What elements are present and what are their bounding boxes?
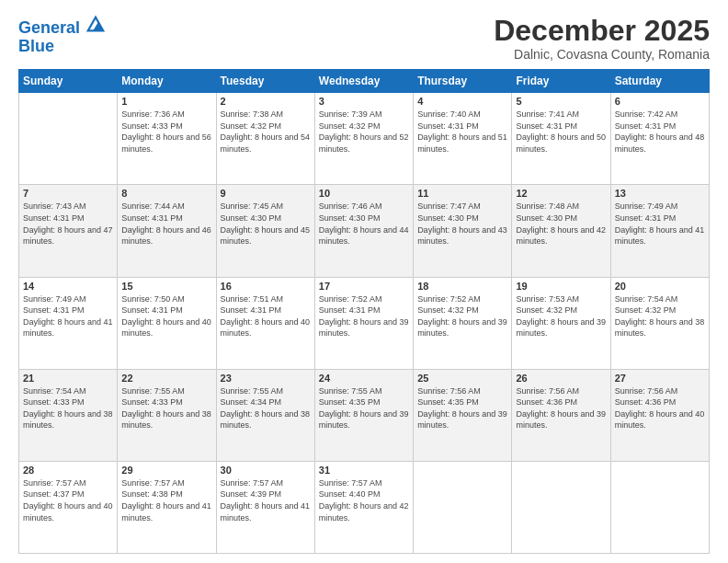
day-info: Sunrise: 7:56 AMSunset: 4:35 PMDaylight:… bbox=[417, 385, 507, 431]
logo: General Blue bbox=[18, 15, 105, 56]
day-info: Sunrise: 7:49 AMSunset: 4:31 PMDaylight:… bbox=[23, 293, 113, 339]
calendar-cell: 29Sunrise: 7:57 AMSunset: 4:38 PMDayligh… bbox=[118, 461, 216, 553]
calendar-cell: 4Sunrise: 7:40 AMSunset: 4:31 PMDaylight… bbox=[414, 93, 512, 185]
logo-blue: Blue bbox=[18, 38, 105, 56]
calendar-cell: 19Sunrise: 7:53 AMSunset: 4:32 PMDayligh… bbox=[512, 277, 610, 369]
logo-icon bbox=[86, 15, 105, 33]
day-number: 7 bbox=[23, 188, 113, 199]
day-info: Sunrise: 7:57 AMSunset: 4:40 PMDaylight:… bbox=[319, 477, 409, 523]
day-number: 11 bbox=[417, 188, 507, 199]
calendar-cell: 22Sunrise: 7:55 AMSunset: 4:33 PMDayligh… bbox=[118, 369, 216, 461]
calendar-table: SundayMondayTuesdayWednesdayThursdayFrid… bbox=[18, 69, 710, 554]
day-info: Sunrise: 7:45 AMSunset: 4:30 PMDaylight:… bbox=[221, 201, 311, 247]
day-number: 14 bbox=[23, 281, 113, 292]
day-number: 1 bbox=[121, 96, 211, 107]
calendar-cell: 17Sunrise: 7:52 AMSunset: 4:31 PMDayligh… bbox=[314, 277, 413, 369]
day-info: Sunrise: 7:56 AMSunset: 4:36 PMDaylight:… bbox=[615, 385, 705, 431]
calendar-cell: 20Sunrise: 7:54 AMSunset: 4:32 PMDayligh… bbox=[610, 277, 709, 369]
calendar-cell: 31Sunrise: 7:57 AMSunset: 4:40 PMDayligh… bbox=[314, 461, 413, 553]
day-info: Sunrise: 7:43 AMSunset: 4:31 PMDaylight:… bbox=[23, 201, 113, 247]
calendar-cell bbox=[610, 461, 709, 553]
day-info: Sunrise: 7:46 AMSunset: 4:30 PMDaylight:… bbox=[319, 201, 409, 247]
weekday-header: Wednesday bbox=[314, 70, 413, 93]
weekday-header: Friday bbox=[512, 70, 610, 93]
calendar-cell bbox=[19, 93, 118, 185]
day-number: 28 bbox=[23, 465, 113, 476]
calendar-week-row: 28Sunrise: 7:57 AMSunset: 4:37 PMDayligh… bbox=[19, 461, 710, 553]
day-info: Sunrise: 7:51 AMSunset: 4:31 PMDaylight:… bbox=[221, 293, 311, 339]
day-number: 2 bbox=[221, 96, 311, 107]
day-info: Sunrise: 7:48 AMSunset: 4:30 PMDaylight:… bbox=[516, 201, 606, 247]
day-info: Sunrise: 7:57 AMSunset: 4:39 PMDaylight:… bbox=[221, 477, 311, 523]
day-number: 8 bbox=[121, 188, 211, 199]
day-number: 18 bbox=[417, 281, 507, 292]
day-info: Sunrise: 7:47 AMSunset: 4:30 PMDaylight:… bbox=[417, 201, 507, 247]
day-info: Sunrise: 7:54 AMSunset: 4:33 PMDaylight:… bbox=[23, 385, 113, 431]
day-info: Sunrise: 7:50 AMSunset: 4:31 PMDaylight:… bbox=[121, 293, 211, 339]
day-number: 19 bbox=[516, 281, 606, 292]
day-number: 5 bbox=[516, 96, 606, 107]
calendar-cell bbox=[414, 461, 512, 553]
day-number: 16 bbox=[221, 281, 311, 292]
day-info: Sunrise: 7:41 AMSunset: 4:31 PMDaylight:… bbox=[516, 109, 606, 155]
calendar-cell: 10Sunrise: 7:46 AMSunset: 4:30 PMDayligh… bbox=[314, 185, 413, 277]
calendar-title: December 2025 bbox=[494, 15, 710, 47]
calendar-cell: 6Sunrise: 7:42 AMSunset: 4:31 PMDaylight… bbox=[610, 93, 709, 185]
calendar-cell: 8Sunrise: 7:44 AMSunset: 4:31 PMDaylight… bbox=[118, 185, 216, 277]
weekday-header: Monday bbox=[118, 70, 216, 93]
calendar-cell: 24Sunrise: 7:55 AMSunset: 4:35 PMDayligh… bbox=[314, 369, 413, 461]
calendar-cell: 3Sunrise: 7:39 AMSunset: 4:32 PMDaylight… bbox=[314, 93, 413, 185]
calendar-cell: 2Sunrise: 7:38 AMSunset: 4:32 PMDaylight… bbox=[216, 93, 314, 185]
calendar-week-row: 1Sunrise: 7:36 AMSunset: 4:33 PMDaylight… bbox=[19, 93, 710, 185]
day-info: Sunrise: 7:40 AMSunset: 4:31 PMDaylight:… bbox=[417, 109, 507, 155]
day-number: 31 bbox=[319, 465, 409, 476]
calendar-subtitle: Dalnic, Covasna County, Romania bbox=[494, 47, 710, 62]
calendar-cell: 15Sunrise: 7:50 AMSunset: 4:31 PMDayligh… bbox=[118, 277, 216, 369]
day-number: 6 bbox=[615, 96, 705, 107]
weekday-header: Tuesday bbox=[216, 70, 314, 93]
calendar-cell: 21Sunrise: 7:54 AMSunset: 4:33 PMDayligh… bbox=[19, 369, 118, 461]
day-info: Sunrise: 7:52 AMSunset: 4:31 PMDaylight:… bbox=[319, 293, 409, 339]
calendar-cell bbox=[512, 461, 610, 553]
day-number: 17 bbox=[319, 281, 409, 292]
weekday-header: Saturday bbox=[610, 70, 709, 93]
day-number: 27 bbox=[615, 373, 705, 384]
calendar-cell: 18Sunrise: 7:52 AMSunset: 4:32 PMDayligh… bbox=[414, 277, 512, 369]
calendar-week-row: 14Sunrise: 7:49 AMSunset: 4:31 PMDayligh… bbox=[19, 277, 710, 369]
day-info: Sunrise: 7:38 AMSunset: 4:32 PMDaylight:… bbox=[221, 109, 311, 155]
calendar-cell: 14Sunrise: 7:49 AMSunset: 4:31 PMDayligh… bbox=[19, 277, 118, 369]
calendar-cell: 11Sunrise: 7:47 AMSunset: 4:30 PMDayligh… bbox=[414, 185, 512, 277]
calendar-cell: 5Sunrise: 7:41 AMSunset: 4:31 PMDaylight… bbox=[512, 93, 610, 185]
weekday-header-row: SundayMondayTuesdayWednesdayThursdayFrid… bbox=[19, 70, 710, 93]
calendar-cell: 1Sunrise: 7:36 AMSunset: 4:33 PMDaylight… bbox=[118, 93, 216, 185]
day-number: 24 bbox=[319, 373, 409, 384]
day-info: Sunrise: 7:55 AMSunset: 4:34 PMDaylight:… bbox=[221, 385, 311, 431]
calendar-cell: 23Sunrise: 7:55 AMSunset: 4:34 PMDayligh… bbox=[216, 369, 314, 461]
day-number: 29 bbox=[121, 465, 211, 476]
day-number: 25 bbox=[417, 373, 507, 384]
calendar-cell: 13Sunrise: 7:49 AMSunset: 4:31 PMDayligh… bbox=[610, 185, 709, 277]
day-number: 4 bbox=[417, 96, 507, 107]
day-info: Sunrise: 7:56 AMSunset: 4:36 PMDaylight:… bbox=[516, 385, 606, 431]
day-info: Sunrise: 7:53 AMSunset: 4:32 PMDaylight:… bbox=[516, 293, 606, 339]
calendar-cell: 25Sunrise: 7:56 AMSunset: 4:35 PMDayligh… bbox=[414, 369, 512, 461]
calendar-cell: 12Sunrise: 7:48 AMSunset: 4:30 PMDayligh… bbox=[512, 185, 610, 277]
calendar-cell: 28Sunrise: 7:57 AMSunset: 4:37 PMDayligh… bbox=[19, 461, 118, 553]
day-info: Sunrise: 7:52 AMSunset: 4:32 PMDaylight:… bbox=[417, 293, 507, 339]
day-info: Sunrise: 7:57 AMSunset: 4:37 PMDaylight:… bbox=[23, 477, 113, 523]
calendar-cell: 27Sunrise: 7:56 AMSunset: 4:36 PMDayligh… bbox=[610, 369, 709, 461]
day-number: 10 bbox=[319, 188, 409, 199]
day-info: Sunrise: 7:54 AMSunset: 4:32 PMDaylight:… bbox=[615, 293, 705, 339]
page: General Blue December 2025 Dalnic, Covas… bbox=[0, 0, 728, 563]
calendar-cell: 26Sunrise: 7:56 AMSunset: 4:36 PMDayligh… bbox=[512, 369, 610, 461]
day-number: 21 bbox=[23, 373, 113, 384]
weekday-header: Sunday bbox=[19, 70, 118, 93]
day-info: Sunrise: 7:39 AMSunset: 4:32 PMDaylight:… bbox=[319, 109, 409, 155]
day-info: Sunrise: 7:42 AMSunset: 4:31 PMDaylight:… bbox=[615, 109, 705, 155]
logo-general: General bbox=[18, 18, 80, 37]
day-info: Sunrise: 7:55 AMSunset: 4:35 PMDaylight:… bbox=[319, 385, 409, 431]
day-number: 3 bbox=[319, 96, 409, 107]
title-block: December 2025 Dalnic, Covasna County, Ro… bbox=[494, 15, 710, 62]
day-number: 13 bbox=[615, 188, 705, 199]
day-number: 15 bbox=[121, 281, 211, 292]
